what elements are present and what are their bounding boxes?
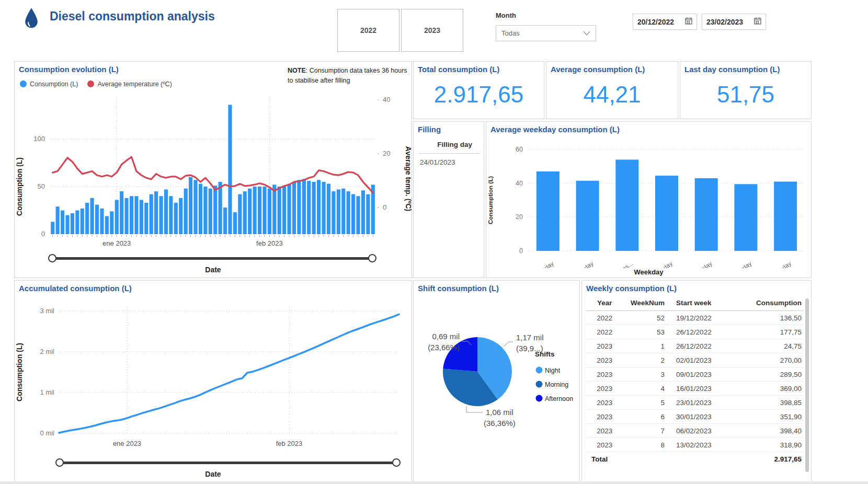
evolution-bar[interactable] xyxy=(81,209,84,234)
evolution-bar[interactable] xyxy=(287,184,291,234)
slider-track[interactable] xyxy=(52,257,372,260)
evolution-bar[interactable] xyxy=(223,208,227,234)
weekday-chart[interactable]: 020406001Monday02Tuesday03Wednes...04Thu… xyxy=(486,136,811,268)
evolution-bar[interactable] xyxy=(278,187,281,234)
weekday-bar[interactable] xyxy=(734,184,757,251)
year-filter-2022[interactable]: 2022 xyxy=(337,9,399,52)
evolution-bar[interactable] xyxy=(327,184,330,234)
evolution-bar[interactable] xyxy=(56,206,60,234)
evolution-bar[interactable] xyxy=(253,187,257,234)
evolution-bar[interactable] xyxy=(174,203,178,234)
evolution-bar[interactable] xyxy=(140,200,143,234)
weekday-bar[interactable] xyxy=(695,178,718,251)
evolution-bar[interactable] xyxy=(193,180,197,234)
evolution-bar[interactable] xyxy=(258,187,261,234)
evolution-bar[interactable] xyxy=(65,215,69,234)
evolution-bar[interactable] xyxy=(268,189,271,234)
evolution-bar[interactable] xyxy=(282,186,286,234)
evolution-bar[interactable] xyxy=(312,182,316,234)
evolution-bar[interactable] xyxy=(292,182,296,234)
evolution-chart[interactable]: 05010002040ene 2023feb 2023Consumption (… xyxy=(15,91,412,251)
slider-track[interactable] xyxy=(60,462,396,464)
evolution-bar[interactable] xyxy=(219,182,222,234)
evolution-bar[interactable] xyxy=(184,189,188,234)
evolution-bar[interactable] xyxy=(322,182,325,234)
evolution-bar[interactable] xyxy=(100,209,104,234)
table-row[interactable]: 2023202/01/2023270,00 xyxy=(586,353,804,367)
table-row[interactable]: 20225326/12/2022177,75 xyxy=(586,325,804,339)
evolution-bar[interactable] xyxy=(209,189,212,234)
weekday-bar[interactable] xyxy=(774,181,797,251)
evolution-bar[interactable] xyxy=(297,180,301,234)
accumulated-chart[interactable]: 0 mil1 mil2 mil3 milene 2023feb 2023Cons… xyxy=(15,297,412,454)
evolution-bar[interactable] xyxy=(71,213,74,234)
pie-legend-dot-night[interactable] xyxy=(536,367,543,374)
evolution-bar[interactable] xyxy=(302,179,306,234)
evolution-bar[interactable] xyxy=(233,212,237,234)
table-header-weeknum[interactable]: WeekNum xyxy=(623,296,669,311)
evolution-bar[interactable] xyxy=(213,186,217,234)
table-row[interactable]: 2023523/01/2023398,85 xyxy=(586,396,804,410)
evolution-bar[interactable] xyxy=(90,198,94,234)
shift-pie-chart[interactable]: 1,17 mil(39,9...)0,69 mil(23,66%)1,06 mi… xyxy=(414,295,579,478)
evolution-bar[interactable] xyxy=(243,191,247,234)
date-from-input[interactable]: 20/12/2022 xyxy=(633,14,697,30)
evolution-bar[interactable] xyxy=(228,105,232,234)
evolution-bar[interactable] xyxy=(356,196,360,234)
weekday-bar[interactable] xyxy=(655,176,678,251)
weekday-bar[interactable] xyxy=(615,159,638,251)
evolution-bar[interactable] xyxy=(179,198,182,234)
evolution-bar[interactable] xyxy=(85,203,89,234)
table-row[interactable]: 2023630/01/2023351,90 xyxy=(586,410,804,424)
evolution-date-slider[interactable] xyxy=(48,254,376,263)
table-row[interactable]: 2023813/02/2023318,90 xyxy=(586,438,804,452)
evolution-bar[interactable] xyxy=(189,177,192,234)
evolution-bar[interactable] xyxy=(150,194,153,234)
evolution-bar[interactable] xyxy=(105,216,109,234)
evolution-bar[interactable] xyxy=(110,211,113,234)
evolution-bar[interactable] xyxy=(361,190,365,234)
evolution-bar[interactable] xyxy=(120,191,123,234)
evolution-bar[interactable] xyxy=(351,194,355,234)
evolution-bar[interactable] xyxy=(61,211,64,235)
weekday-bar[interactable] xyxy=(536,171,559,251)
weekday-bar[interactable] xyxy=(576,181,599,251)
slider-right-handle[interactable] xyxy=(368,254,376,262)
evolution-bar[interactable] xyxy=(272,185,276,234)
table-row[interactable]: 20225219/12/2022136,50 xyxy=(586,311,804,325)
evolution-bar[interactable] xyxy=(238,194,242,234)
table-header-consumption[interactable]: Consumption xyxy=(740,296,804,311)
evolution-bar[interactable] xyxy=(115,200,119,234)
year-filter-2023[interactable]: 2023 xyxy=(401,9,463,52)
evolution-bar[interactable] xyxy=(164,189,168,234)
evolution-bar[interactable] xyxy=(347,191,350,234)
slider-left-handle[interactable] xyxy=(55,458,64,467)
evolution-bar[interactable] xyxy=(134,196,138,234)
evolution-bar[interactable] xyxy=(203,187,207,234)
table-header-start-week[interactable]: Start week xyxy=(669,296,740,311)
evolution-bar[interactable] xyxy=(169,196,173,234)
pie-slice-afternoon[interactable] xyxy=(443,337,477,372)
evolution-bar[interactable] xyxy=(144,203,148,234)
month-dropdown[interactable]: Todas xyxy=(496,25,596,41)
table-row[interactable]: 2023126/12/202224,75 xyxy=(586,339,804,353)
evolution-bar[interactable] xyxy=(337,189,340,234)
evolution-bar[interactable] xyxy=(341,189,345,234)
table-header-year[interactable]: Year xyxy=(586,296,623,311)
evolution-bar[interactable] xyxy=(154,191,158,234)
evolution-bar[interactable] xyxy=(130,196,133,234)
slider-left-handle[interactable] xyxy=(48,254,56,262)
pie-legend-dot-afternoon[interactable] xyxy=(536,395,543,402)
evolution-bar[interactable] xyxy=(51,222,54,234)
evolution-bar[interactable] xyxy=(248,189,252,234)
evolution-bar[interactable] xyxy=(262,187,266,234)
table-row[interactable]: 2023309/01/2023289,50 xyxy=(586,367,804,382)
filling-day-value[interactable]: 24/01/2023 xyxy=(420,158,455,166)
table-row[interactable]: 2023706/02/2023398,40 xyxy=(586,424,804,438)
evolution-bar[interactable] xyxy=(159,196,163,234)
table-scrollbar[interactable] xyxy=(805,298,809,472)
evolution-bar[interactable] xyxy=(317,180,321,234)
evolution-bar[interactable] xyxy=(332,191,335,234)
accumulated-line[interactable] xyxy=(59,314,399,433)
table-row[interactable]: 2023416/01/2023369,00 xyxy=(586,382,804,396)
